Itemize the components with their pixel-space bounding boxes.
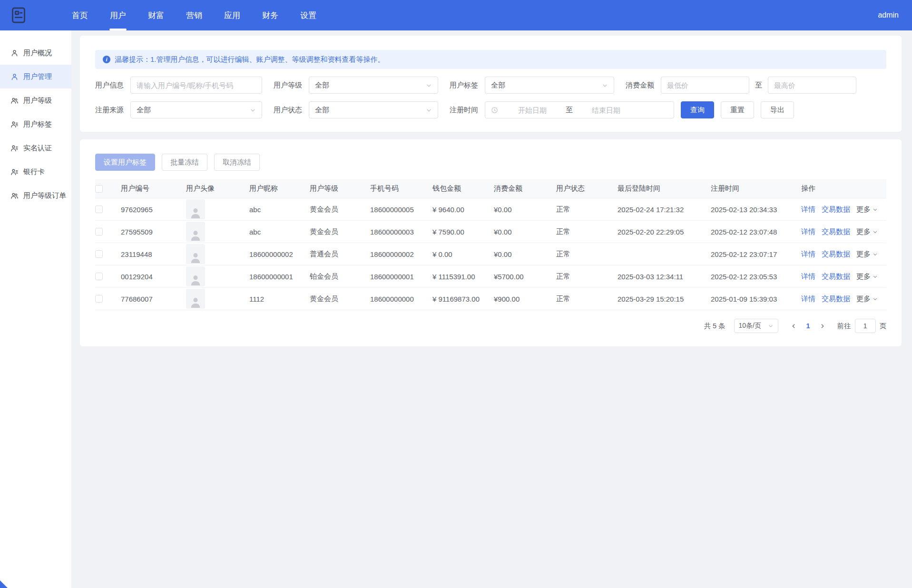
user-level-select[interactable]: 全部: [309, 77, 438, 94]
row-checkbox[interactable]: [95, 228, 103, 235]
cell-nickname: 1112: [249, 295, 310, 303]
cell-register-time: 2025-02-12 23:07:48: [711, 228, 801, 236]
cell-consume-amount: ¥900.00: [494, 295, 556, 303]
main-content: i 温馨提示：1.管理用户信息，可以进行编辑、账户调整、等级调整和资料查看等操作…: [71, 30, 912, 588]
detail-link[interactable]: 详情: [801, 227, 815, 236]
user-level-value: 全部: [315, 81, 329, 90]
nav-item[interactable]: 设置: [289, 0, 327, 30]
row-checkbox[interactable]: [95, 295, 103, 303]
min-price-input[interactable]: [661, 77, 749, 94]
sidebar-item-label: 用户概况: [23, 49, 52, 58]
cell-nickname: 18600000002: [249, 250, 310, 258]
more-dropdown[interactable]: 更多: [856, 205, 878, 214]
date-to-label: 至: [566, 106, 573, 115]
register-time-range[interactable]: 至: [485, 101, 674, 118]
cell-nickname: abc: [249, 206, 310, 214]
detail-link[interactable]: 详情: [801, 205, 815, 214]
page-suffix: 页: [880, 322, 887, 331]
column-header: 手机号码: [370, 184, 432, 193]
reset-button[interactable]: 重置: [721, 101, 754, 118]
more-label: 更多: [856, 205, 871, 214]
sidebar-item-label: 银行卡: [23, 167, 45, 176]
export-button[interactable]: 导出: [761, 101, 794, 118]
chevron-down-icon: [873, 207, 878, 212]
max-price-input[interactable]: [768, 77, 856, 94]
nav-item-label: 营销: [186, 10, 202, 21]
current-user[interactable]: admin: [878, 11, 899, 20]
detail-link[interactable]: 详情: [801, 272, 815, 281]
info-icon: i: [103, 56, 110, 63]
trade-data-link[interactable]: 交易数据: [822, 250, 850, 259]
register-source-select[interactable]: 全部: [130, 101, 262, 118]
cancel-freeze-button[interactable]: 取消冻结: [214, 154, 260, 171]
user-tag-select[interactable]: 全部: [485, 77, 614, 94]
cell-wallet-amount: ¥ 9640.00: [432, 206, 494, 214]
more-dropdown[interactable]: 更多: [856, 227, 878, 236]
sidebar-item[interactable]: 用户等级: [0, 88, 71, 112]
sidebar-item[interactable]: 用户等级订单: [0, 184, 71, 207]
cell-user-level: 普通会员: [310, 250, 370, 259]
app-logo-icon[interactable]: [9, 5, 29, 25]
column-header: 操作: [801, 184, 886, 193]
more-label: 更多: [856, 227, 871, 236]
sidebar-item[interactable]: 用户标签: [0, 112, 71, 136]
trade-data-link[interactable]: 交易数据: [822, 227, 850, 236]
consume-amount-label: 消费金额: [626, 81, 654, 90]
user-tag-value: 全部: [491, 81, 505, 90]
next-page-button[interactable]: [815, 319, 830, 333]
cell-phone: 18600000002: [370, 250, 432, 258]
cell-user-id: 23119448: [121, 250, 186, 258]
user-table: 用户编号用户头像用户昵称用户等级手机号码钱包金额消费金额用户状态最后登陆时间注册…: [95, 179, 886, 310]
nav-item[interactable]: 应用: [213, 0, 251, 30]
page-size-select[interactable]: 10条/页: [734, 319, 778, 333]
detail-link[interactable]: 详情: [801, 294, 815, 304]
cell-user-status: 正常: [556, 250, 618, 259]
more-label: 更多: [856, 250, 871, 259]
cell-user-status: 正常: [556, 205, 618, 214]
more-dropdown[interactable]: 更多: [856, 272, 878, 281]
register-time-label: 注册时间: [450, 106, 478, 115]
nav-item[interactable]: 财富: [137, 0, 175, 30]
end-date-input[interactable]: [573, 106, 639, 115]
more-dropdown[interactable]: 更多: [856, 294, 878, 304]
more-dropdown[interactable]: 更多: [856, 250, 878, 259]
nav-item-label: 首页: [72, 10, 88, 21]
column-header: 用户状态: [556, 184, 618, 193]
trade-data-link[interactable]: 交易数据: [822, 205, 850, 214]
trade-data-link[interactable]: 交易数据: [822, 294, 850, 304]
current-page[interactable]: 1: [801, 322, 815, 330]
users-icon: [10, 191, 19, 200]
sidebar-item[interactable]: 银行卡: [0, 160, 71, 184]
cell-register-time: 2025-01-09 15:39:03: [711, 295, 801, 303]
search-button[interactable]: 查询: [681, 101, 714, 118]
nav-item[interactable]: 财务: [251, 0, 289, 30]
nav-item[interactable]: 首页: [61, 0, 99, 30]
start-date-input[interactable]: [499, 106, 566, 115]
row-checkbox[interactable]: [95, 250, 103, 258]
chevron-down-icon: [426, 82, 432, 88]
goto-page-input[interactable]: [855, 319, 876, 333]
prev-page-button[interactable]: [787, 319, 801, 333]
nav-item-label: 应用: [224, 10, 240, 21]
row-checkbox[interactable]: [95, 273, 103, 280]
total-count: 共 5 条: [704, 322, 725, 331]
set-user-tag-button[interactable]: 设置用户标签: [95, 154, 155, 171]
sidebar-item[interactable]: 用户管理: [0, 65, 71, 88]
cell-user-id: 00129204: [121, 273, 186, 281]
sidebar-item[interactable]: 用户概况: [0, 41, 71, 65]
user-info-label: 用户信息: [95, 81, 124, 90]
trade-data-link[interactable]: 交易数据: [822, 272, 850, 281]
sidebar-item[interactable]: 实名认证: [0, 136, 71, 160]
nav-item-label: 设置: [300, 10, 316, 21]
cell-user-status: 正常: [556, 227, 618, 236]
nav-item[interactable]: 营销: [175, 0, 213, 30]
user-info-input[interactable]: [130, 77, 262, 94]
select-all-checkbox[interactable]: [95, 185, 103, 193]
detail-link[interactable]: 详情: [801, 250, 815, 259]
cell-phone: 18600000003: [370, 228, 432, 236]
column-header: 钱包金额: [432, 184, 494, 193]
row-checkbox[interactable]: [95, 206, 103, 213]
user-status-select[interactable]: 全部: [309, 101, 438, 118]
nav-item[interactable]: 用户: [99, 0, 137, 30]
batch-freeze-button[interactable]: 批量冻结: [162, 154, 207, 171]
